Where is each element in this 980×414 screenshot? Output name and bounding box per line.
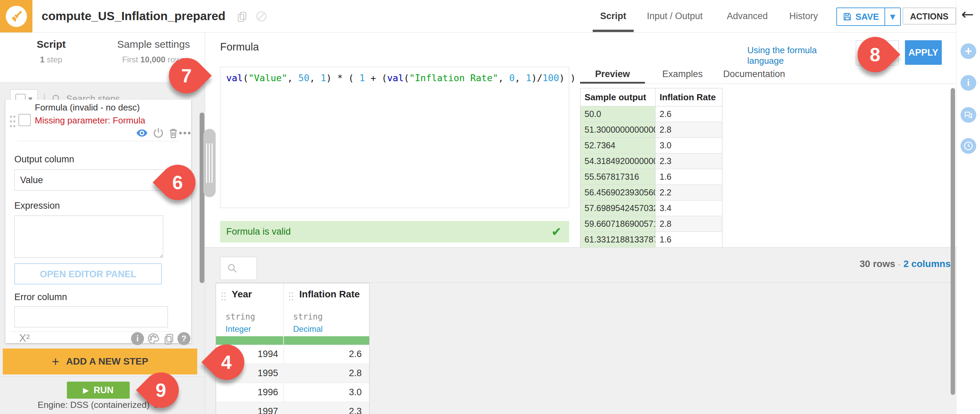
step-help-icon[interactable]: ? — [177, 332, 190, 345]
page-title: compute_US_Inflation_prepared — [41, 0, 226, 32]
column-header-inflation-rate[interactable]: Inflation Rate — [299, 289, 360, 300]
step-title: Formula (invalid - no desc) — [35, 102, 140, 113]
tab-examples-label: Examples — [662, 69, 703, 79]
expression-textarea[interactable] — [14, 216, 163, 258]
table-cell: 2.6 — [283, 345, 369, 363]
preview-tabs-divider — [580, 84, 955, 84]
preview-row: 55.5678173161.6 — [581, 169, 722, 185]
collapse-panel-arrow-icon[interactable]: ← — [961, 5, 974, 23]
tab-preview-label: Preview — [595, 69, 630, 79]
plus-icon: + — [965, 44, 972, 58]
formula-language-link[interactable]: Using the formula language — [747, 45, 850, 66]
actions-button[interactable]: ACTIONS — [902, 8, 956, 25]
engine-status-label: Engine: DSS (containerized) — [38, 400, 150, 410]
step-checkbox[interactable] — [18, 114, 31, 126]
error-column-label: Error column — [14, 292, 67, 303]
preview-cell: 2.8 — [655, 122, 722, 138]
code-token: val — [226, 73, 243, 83]
preview-header-sample-output[interactable]: Sample output — [581, 88, 655, 106]
chevron-down-icon: ▼ — [890, 13, 895, 21]
preview-header-inflation-rate[interactable]: Inflation Rate — [655, 88, 722, 106]
open-editor-panel-button[interactable]: OPEN EDITOR PANEL — [14, 263, 162, 284]
annotation-number: 4 — [221, 351, 232, 373]
code-token: 50 — [298, 73, 310, 83]
table-row[interactable]: 19972.3 — [216, 402, 369, 414]
clock-icon — [963, 141, 974, 151]
annotation-number: 9 — [156, 379, 166, 401]
sample-prefix: First — [122, 55, 140, 64]
step-copy-icon[interactable] — [162, 332, 175, 345]
step-delete-trash-icon[interactable] — [167, 127, 180, 139]
step-disable-power-icon[interactable] — [152, 127, 164, 139]
code-token: + ( — [365, 73, 387, 83]
sidebar-tab-script[interactable]: Script 1 step — [0, 32, 102, 65]
sample-rows-count: 10,000 — [140, 55, 165, 64]
dataset-dimensions: 30 rows-2 columns — [785, 259, 951, 270]
discussions-button[interactable] — [961, 107, 976, 123]
column-meaning-inflation-rate[interactable]: Decimal — [293, 324, 323, 334]
preview-cell: 57.69895424570324 — [581, 200, 655, 216]
no-description-icon[interactable] — [255, 10, 267, 22]
panel-resize-handle[interactable] — [204, 129, 216, 197]
column-drag-handle-icon[interactable] — [288, 292, 294, 301]
prepare-broom-icon — [6, 6, 27, 27]
run-button[interactable]: ▶ RUN — [67, 382, 130, 399]
dimensions-separator: - — [898, 260, 901, 269]
tab-script-underline — [593, 30, 634, 32]
annotation-number: 6 — [172, 171, 183, 194]
app-root: compute_US_Inflation_prepared Script Inp… — [0, 0, 980, 414]
apply-button[interactable]: APPLY — [905, 40, 942, 65]
save-dropdown-button[interactable]: ▼ — [885, 8, 900, 25]
tab-history[interactable]: History — [785, 0, 822, 32]
column-storage-year: string — [226, 312, 255, 322]
step-drag-handle-icon[interactable] — [9, 114, 16, 128]
column-quality-bar-inflation-rate — [284, 336, 369, 345]
floppy-icon — [843, 12, 852, 22]
preview-cell: 3.4 — [655, 200, 722, 216]
dataset-divider — [216, 282, 955, 283]
main-scrollbar-thumb[interactable] — [951, 88, 955, 395]
formula-code-editor[interactable]: val("Value", 50, 1) * ( 1 + (val("Inflat… — [220, 67, 569, 208]
sidebar-tab-sample-label: Sample settings — [102, 38, 205, 50]
copy-name-icon[interactable] — [236, 10, 248, 22]
step-color-palette-icon[interactable] — [147, 332, 160, 345]
table-row[interactable]: 19963.0 — [216, 383, 369, 402]
error-column-input[interactable] — [14, 306, 168, 327]
column-meaning-year[interactable]: Integer — [226, 324, 251, 334]
info-glyph: i — [137, 334, 139, 343]
check-icon: ✔ — [551, 225, 562, 239]
preview-cell: 52.7364 — [581, 138, 655, 153]
preview-row: 61.3312188133787541.6 — [581, 232, 722, 247]
add-insight-button[interactable]: + — [961, 43, 976, 59]
step-preview-eye-icon[interactable] — [136, 127, 148, 139]
dataset-search-box[interactable] — [220, 257, 257, 280]
preview-cell: 1.6 — [655, 232, 722, 247]
output-column-input[interactable] — [14, 170, 168, 190]
history-button[interactable] — [961, 138, 976, 154]
tab-input-output-label: Input / Output — [647, 11, 703, 21]
preview-row: 52.73643.0 — [581, 138, 722, 154]
code-token: ) — [531, 73, 537, 83]
step-more-icon[interactable]: ••• — [179, 127, 192, 138]
tab-advanced[interactable]: Advanced — [725, 0, 770, 32]
step-info-icon[interactable]: i — [131, 332, 144, 345]
details-button[interactable]: i — [961, 75, 976, 91]
rows-count: 30 rows — [859, 259, 895, 269]
tab-documentation[interactable]: Documentation — [720, 67, 788, 84]
tab-script-label: Script — [600, 11, 627, 21]
preview-cell: 51.300000000000004 — [581, 122, 655, 138]
tab-preview[interactable]: Preview — [580, 67, 645, 84]
preview-output-table: Sample output Inflation Rate 50.02.651.3… — [580, 88, 722, 247]
column-drag-handle-icon[interactable] — [221, 292, 226, 301]
formula-valid-banner: Formula is valid ✔ — [220, 221, 569, 243]
save-button[interactable]: SAVE — [837, 8, 885, 25]
add-new-step-button[interactable]: + ADD A NEW STEP — [3, 349, 197, 374]
tab-examples[interactable]: Examples — [655, 67, 710, 84]
tab-script[interactable]: Script — [593, 0, 634, 32]
sidebar-tab-script-sub: 1 step — [0, 55, 102, 65]
code-token: , — [287, 73, 299, 83]
column-header-year[interactable]: Year — [232, 289, 252, 300]
table-cell: 3.0 — [283, 383, 369, 402]
columns-count-link[interactable]: 2 columns — [904, 259, 951, 269]
tab-input-output[interactable]: Input / Output — [645, 0, 705, 32]
